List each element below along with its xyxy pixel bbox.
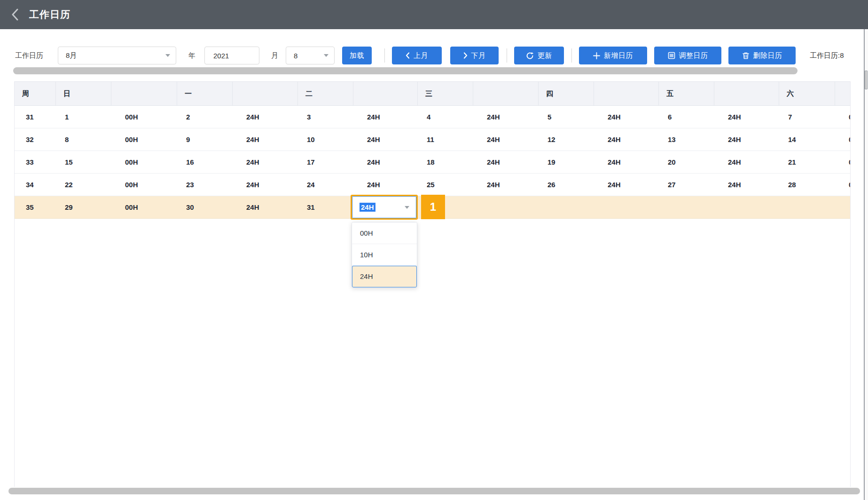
window-right-edge <box>864 29 868 500</box>
header-cell <box>233 82 298 105</box>
load-button[interactable]: 加载 <box>342 47 372 64</box>
week-number-cell: 31 <box>15 106 56 128</box>
hours-value-cell[interactable]: 24H <box>714 128 779 151</box>
day-number-cell: 28 <box>779 174 835 196</box>
adjust-calendar-button[interactable]: 调整日历 <box>654 47 721 64</box>
hours-value-cell[interactable]: 24H <box>594 174 659 196</box>
day-number-cell: 10 <box>298 128 353 151</box>
year-input-value: 2021 <box>213 52 229 60</box>
day-number-cell: 30 <box>177 196 233 218</box>
header-cell: 周 <box>15 82 56 105</box>
day-number-cell: 21 <box>779 151 835 173</box>
hours-value-cell[interactable]: 24H <box>594 151 659 173</box>
hours-value-cell[interactable]: 00H <box>111 128 177 151</box>
title-bar: 工作日历 <box>0 0 868 29</box>
cell-hours-select[interactable]: 24H <box>351 195 418 220</box>
day-number-cell: 7 <box>779 106 835 128</box>
chevron-left-icon <box>406 52 410 59</box>
hours-value-cell[interactable]: 24H <box>473 174 539 196</box>
hours-value-cell[interactable]: 00H <box>111 196 177 218</box>
hours-option-10h[interactable]: 10H <box>352 244 417 266</box>
refresh-icon <box>526 52 534 60</box>
delete-calendar-button[interactable]: 删除日历 <box>728 47 796 64</box>
day-number-cell: 26 <box>539 174 594 196</box>
header-cell: 六 <box>779 82 835 105</box>
hours-value-cell[interactable]: 24H <box>714 106 779 128</box>
day-number-cell: 8 <box>56 128 111 151</box>
toolbar-separator <box>571 48 572 63</box>
hours-value-cell[interactable]: 24H <box>714 174 779 196</box>
day-number-cell: 6 <box>659 106 714 128</box>
refresh-button[interactable]: 更新 <box>514 47 564 64</box>
hours-value-cell[interactable]: 24H <box>233 174 298 196</box>
hours-value-cell[interactable]: 24H <box>233 196 298 218</box>
back-button[interactable] <box>11 8 19 21</box>
hours-value-cell[interactable]: 00H <box>835 151 851 173</box>
active-calendar-info: 工作日历:8 <box>810 47 844 64</box>
hours-value-cell[interactable]: 24H <box>233 151 298 173</box>
hours-value-cell[interactable]: 24H <box>233 106 298 128</box>
year-input[interactable]: 2021 <box>204 47 259 64</box>
header-cell: 四 <box>539 82 594 105</box>
calendar-row-week-34: 342200H2324H2424H2524H2624H2724H2800H <box>15 174 851 196</box>
hours-value-cell[interactable]: 24H <box>353 151 418 173</box>
add-calendar-button[interactable]: 新增日历 <box>579 47 647 64</box>
hours-value-cell[interactable]: 24H <box>473 151 539 173</box>
hours-value-cell[interactable]: 00H <box>111 151 177 173</box>
month-select[interactable]: 8 <box>286 47 335 64</box>
day-number-cell: 2 <box>177 106 233 128</box>
header-cell <box>835 82 851 105</box>
hours-value-cell[interactable]: 24H <box>714 151 779 173</box>
day-number-cell: 15 <box>56 151 111 173</box>
chevron-down-icon <box>405 206 409 209</box>
prev-month-button[interactable]: 上月 <box>392 47 442 64</box>
header-cell: 一 <box>177 82 233 105</box>
header-cell <box>111 82 177 105</box>
day-number-cell: 27 <box>659 174 714 196</box>
page-title: 工作日历 <box>29 8 70 21</box>
cell-hours-select-value: 24H <box>360 203 375 212</box>
calendar-row-week-32: 32800H924H1024H1124H1224H1324H1400H <box>15 128 851 151</box>
document-list-icon <box>668 52 675 59</box>
work-calendar-page: 工作日历 工作日历 8月 年 2021 月 8 加载 上月 下月 <box>0 0 868 500</box>
hours-value-cell[interactable]: 24H <box>473 106 539 128</box>
year-label: 年 <box>188 47 195 64</box>
next-month-button[interactable]: 下月 <box>450 47 499 64</box>
day-number-cell: 11 <box>418 128 473 151</box>
day-number-cell: 17 <box>298 151 353 173</box>
day-number-cell: 12 <box>539 128 594 151</box>
vertical-scrollbar-thumb[interactable] <box>865 71 868 89</box>
hours-value-cell[interactable]: 00H <box>835 106 851 128</box>
hours-value-cell[interactable]: 00H <box>111 174 177 196</box>
calendar-field-label: 工作日历 <box>15 47 43 64</box>
day-number-cell: 1 <box>56 106 111 128</box>
hours-value-cell[interactable]: 24H <box>594 128 659 151</box>
top-horizontal-scrollbar[interactable] <box>13 67 798 74</box>
calendar-row-week-33: 331500H1624H1724H1824H1924H2024H2100H <box>15 151 851 174</box>
day-number-cell: 25 <box>418 174 473 196</box>
chevron-down-icon <box>165 54 170 57</box>
hours-value-cell[interactable]: 00H <box>835 174 851 196</box>
hours-value-cell[interactable]: 24H <box>353 106 418 128</box>
hours-value-cell[interactable]: 00H <box>111 106 177 128</box>
day-number-cell: 3 <box>298 106 353 128</box>
header-cell <box>594 82 659 105</box>
bottom-horizontal-scrollbar[interactable] <box>8 488 860 494</box>
day-number-cell: 24 <box>298 174 353 196</box>
hours-value-cell[interactable]: 24H <box>353 174 418 196</box>
hours-value-cell[interactable]: 24H <box>594 106 659 128</box>
hours-value-cell[interactable]: 00H <box>835 128 851 151</box>
hours-option-00h[interactable]: 00H <box>352 222 417 244</box>
hours-option-24h[interactable]: 24H <box>352 266 417 287</box>
header-cell: 三 <box>418 82 473 105</box>
toolbar-separator <box>507 48 507 63</box>
header-cell <box>714 82 779 105</box>
hours-value-cell[interactable]: 24H <box>233 128 298 151</box>
calendar-select-value: 8月 <box>66 51 77 60</box>
hours-value-cell[interactable]: 24H <box>473 128 539 151</box>
day-number-cell: 29 <box>56 196 111 218</box>
plus-icon <box>593 52 600 59</box>
calendar-select[interactable]: 8月 <box>58 47 176 64</box>
hours-value-cell[interactable]: 24H <box>353 128 418 151</box>
day-number-cell: 20 <box>659 151 714 173</box>
